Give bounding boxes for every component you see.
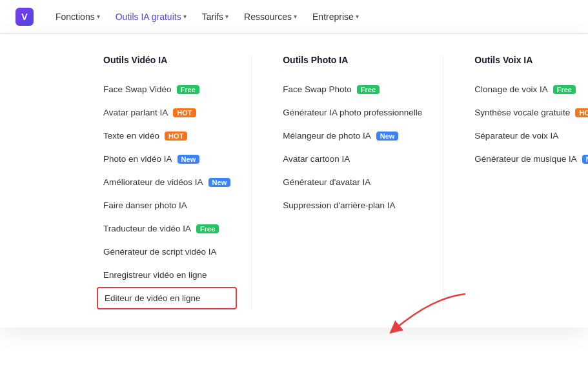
nav-label: Outils IA gratuits: [116, 12, 181, 22]
menu-item-label: Générateur d'avatar IA: [283, 177, 370, 187]
menu-item-label: Texte en vidéo: [103, 131, 159, 141]
menu-item-label: Face Swap Vidéo: [103, 84, 172, 94]
badge-hot: HOT: [165, 132, 187, 141]
menu-item-label: Traducteur de vidéo IA: [103, 224, 191, 233]
column-title-1: Outils Photo IA: [283, 55, 422, 65]
menu-item-label: Avatar cartoon IA: [283, 154, 350, 164]
menu-items-2: Clonage de voix IAFreeSynthèse vocale gr…: [474, 78, 588, 171]
logo[interactable]: V: [15, 8, 37, 26]
badge-hot: HOT: [173, 108, 196, 117]
menu-item-label: Face Swap Photo: [283, 84, 352, 94]
menu-item[interactable]: Synthèse vocale gratuiteHOT: [474, 101, 588, 124]
menu-item[interactable]: Photo en vidéo IANew: [103, 148, 230, 171]
menu-item[interactable]: Editeur de vidéo en ligne: [97, 287, 237, 309]
menu-item-label: Mélangeur de photo IA: [283, 131, 371, 141]
menu-item[interactable]: Mélangeur de photo IANew: [283, 124, 422, 148]
chevron-icon: ▾: [294, 13, 297, 20]
chevron-icon: ▾: [356, 13, 359, 20]
menu-item[interactable]: Générateur d'avatar IA: [283, 171, 422, 194]
menu-items-0: Face Swap VidéoFreeAvatar parlant IAHOTT…: [103, 78, 230, 309]
menu-item[interactable]: Suppression d'arrière-plan IA: [283, 194, 422, 217]
menu-item[interactable]: Faire danser photo IA: [103, 194, 230, 217]
menu-item-label: Clonage de voix IA: [474, 84, 547, 94]
dropdown-menu: Outils Vidéo IAFace Swap VidéoFreeAvatar…: [0, 34, 588, 328]
nav-label: Ressources: [244, 12, 292, 22]
menu-item[interactable]: Améliorateur de vidéos IANew: [103, 171, 230, 194]
menu-item[interactable]: Avatar cartoon IA: [283, 148, 422, 171]
menu-item[interactable]: Générateur IA photo professionnelle: [283, 101, 422, 124]
badge-new: New: [208, 178, 231, 187]
menu-item[interactable]: Séparateur de voix IA: [474, 124, 588, 148]
badge-free: Free: [357, 85, 380, 94]
badge-free: Free: [553, 85, 576, 94]
badge-new: New: [582, 155, 588, 164]
nav-item-1[interactable]: Outils IA gratuits▾: [116, 12, 187, 22]
menu-item-label: Générateur de script vidéo IA: [103, 247, 217, 257]
nav-item-0[interactable]: Fonctions▾: [56, 12, 100, 22]
nav-label: Tarifs: [202, 12, 223, 22]
nav-item-4[interactable]: Entreprise▾: [312, 12, 359, 22]
menu-items-1: Face Swap PhotoFreeGénérateur IA photo p…: [283, 78, 422, 217]
nav-label: Fonctions: [56, 12, 95, 22]
menu-item-label: Enregistreur vidéo en ligne: [103, 270, 207, 280]
menu-item[interactable]: Générateur de musique IANew: [474, 148, 588, 171]
menu-item-label: Générateur IA photo professionnelle: [283, 108, 422, 117]
logo-icon: V: [15, 8, 34, 26]
menu-item-label: Synthèse vocale gratuite: [474, 108, 570, 117]
menu-item[interactable]: Face Swap VidéoFree: [103, 78, 230, 101]
chevron-icon: ▾: [97, 13, 100, 20]
menu-item-label: Améliorateur de vidéos IA: [103, 177, 203, 187]
menu-item[interactable]: Enregistreur vidéo en ligne: [103, 264, 230, 287]
menu-item[interactable]: Avatar parlant IAHOT: [103, 101, 230, 124]
nav-label: Entreprise: [312, 12, 354, 22]
nav-item-3[interactable]: Ressources▾: [244, 12, 297, 22]
menu-item-label: Générateur de musique IA: [474, 154, 576, 164]
menu-item[interactable]: Face Swap PhotoFree: [283, 78, 422, 101]
menu-column-0: Outils Vidéo IAFace Swap VidéoFreeAvatar…: [103, 55, 251, 309]
badge-free: Free: [196, 224, 219, 233]
menu-column-1: Outils Photo IAFace Swap PhotoFreeGénéra…: [251, 55, 443, 309]
badge-new: New: [177, 155, 200, 164]
menu-item-label: Editeur de vidéo en ligne: [105, 293, 201, 303]
chevron-icon: ▾: [183, 13, 187, 20]
menu-item-label: Séparateur de voix IA: [474, 131, 558, 141]
menu-item-label: Photo en vidéo IA: [103, 154, 172, 164]
menu-item-label: Avatar parlant IA: [103, 108, 168, 117]
menu-columns: Outils Vidéo IAFace Swap VidéoFreeAvatar…: [103, 55, 485, 309]
badge-hot: HOT: [575, 108, 588, 117]
menu-item-label: Faire danser photo IA: [103, 201, 187, 210]
menu-column-2: Outils Voix IAClonage de voix IAFreeSynt…: [443, 55, 588, 309]
menu-item[interactable]: Texte en vidéoHOT: [103, 124, 230, 148]
chevron-icon: ▾: [225, 13, 228, 20]
menu-item-label: Suppression d'arrière-plan IA: [283, 201, 395, 210]
column-title-0: Outils Vidéo IA: [103, 55, 230, 65]
nav-item-2[interactable]: Tarifs▾: [202, 12, 228, 22]
menu-item[interactable]: Traducteur de vidéo IAFree: [103, 217, 230, 240]
nav-items: Fonctions▾Outils IA gratuits▾Tarifs▾Ress…: [56, 12, 359, 22]
navbar: V Fonctions▾Outils IA gratuits▾Tarifs▾Re…: [0, 0, 588, 34]
menu-item[interactable]: Générateur de script vidéo IA: [103, 240, 230, 264]
badge-free: Free: [177, 85, 199, 94]
badge-new: New: [376, 132, 399, 141]
menu-item[interactable]: Clonage de voix IAFree: [474, 78, 588, 101]
column-title-2: Outils Voix IA: [474, 55, 588, 65]
